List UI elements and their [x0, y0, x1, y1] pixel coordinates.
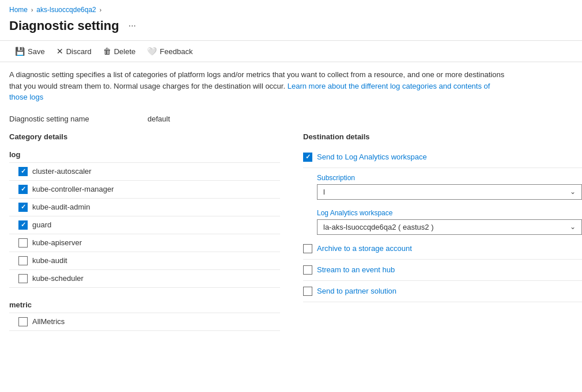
toolbar: 💾 Save ✕ Discard 🗑 Delete 🤍 Feedback — [0, 40, 582, 62]
save-button[interactable]: 💾 Save — [9, 44, 51, 58]
metric-group: metric AllMetrics — [9, 297, 280, 331]
destination-details-title: Destination details — [303, 132, 582, 141]
checkbox-kube-scheduler[interactable] — [18, 274, 28, 283]
setting-name-label: Diagnostic setting name — [9, 115, 148, 123]
list-item: kube-audit — [9, 252, 280, 270]
list-item: kube-scheduler — [9, 270, 280, 288]
partner-solution-label[interactable]: Send to partner solution — [317, 287, 396, 295]
workspace-dropdown[interactable]: la-aks-lsuoccqde6qa2 ( eastus2 ) ⌄ — [317, 219, 582, 235]
log-group: log cluster-autoscaler kube-controller-m… — [9, 147, 280, 288]
checkbox-guard[interactable] — [18, 220, 28, 230]
breadcrumb: Home › aks-lsuoccqde6qa2 › — [0, 0, 582, 16]
category-label: kube-audit — [32, 256, 67, 265]
checkbox-cluster-autoscaler[interactable] — [18, 167, 28, 176]
feedback-label: Feedback — [160, 47, 192, 56]
subscription-dropdown[interactable]: l ⌄ — [317, 184, 582, 200]
list-item: kube-controller-manager — [9, 181, 280, 199]
discard-button[interactable]: ✕ Discard — [51, 44, 97, 58]
subscription-value: l — [323, 188, 325, 196]
chevron-down-icon-2: ⌄ — [570, 223, 576, 231]
list-item: kube-audit-admin — [9, 199, 280, 216]
checkbox-kube-audit[interactable] — [18, 256, 28, 265]
workspace-value: la-aks-lsuoccqde6qa2 ( eastus2 ) — [323, 223, 434, 231]
setting-name-row: Diagnostic setting name default — [0, 110, 582, 128]
stream-event-hub-label[interactable]: Stream to an event hub — [317, 265, 395, 274]
list-item: kube-apiserver — [9, 234, 280, 252]
workspace-field-group: Log Analytics workspace la-aks-lsuoccqde… — [303, 203, 582, 238]
list-item: cluster-autoscaler — [9, 163, 280, 181]
setting-name-value: default — [148, 115, 170, 123]
checkbox-kube-controller-manager[interactable] — [18, 185, 28, 194]
breadcrumb-resource[interactable]: aks-lsuoccqde6qa2 — [36, 6, 96, 14]
checkbox-archive-storage[interactable] — [303, 244, 312, 253]
feedback-icon: 🤍 — [147, 47, 157, 56]
stream-event-hub-row: Stream to an event hub — [303, 260, 582, 281]
list-item: AllMetrics — [9, 313, 280, 331]
send-to-analytics-row: Send to Log Analytics workspace — [303, 147, 582, 168]
archive-storage-row: Archive to a storage account — [303, 238, 582, 260]
page-title: Diagnostic setting — [9, 18, 119, 33]
subscription-field-group: Subscription l ⌄ — [303, 168, 582, 203]
category-details-title: Category details — [9, 132, 280, 141]
partner-solution-row: Send to partner solution — [303, 281, 582, 302]
subscription-label: Subscription — [317, 174, 582, 182]
category-label: kube-audit-admin — [32, 203, 90, 211]
log-group-label: log — [9, 147, 280, 163]
category-label: kube-apiserver — [32, 238, 82, 247]
checkbox-send-analytics[interactable] — [303, 153, 312, 162]
category-label: guard — [32, 220, 51, 229]
discard-icon: ✕ — [56, 47, 63, 56]
save-label: Save — [28, 47, 45, 56]
list-item: guard — [9, 216, 280, 234]
checkbox-kube-audit-admin[interactable] — [18, 203, 28, 212]
destination-details-panel: Destination details Send to Log Analytic… — [303, 132, 582, 340]
delete-label: Delete — [114, 47, 136, 56]
archive-storage-label[interactable]: Archive to a storage account — [317, 244, 412, 253]
description-text: A diagnostic setting specifies a list of… — [0, 62, 519, 110]
category-label: cluster-autoscaler — [32, 167, 92, 176]
save-icon: 💾 — [15, 47, 25, 56]
chevron-icon: › — [31, 7, 33, 13]
discard-label: Discard — [66, 47, 92, 56]
delete-button[interactable]: 🗑 Delete — [97, 44, 142, 58]
delete-icon: 🗑 — [103, 47, 111, 56]
category-label: AllMetrics — [32, 317, 65, 326]
checkbox-stream-event-hub[interactable] — [303, 265, 312, 275]
feedback-button[interactable]: 🤍 Feedback — [141, 44, 198, 58]
send-to-analytics-label[interactable]: Send to Log Analytics workspace — [317, 153, 427, 161]
chevron-icon-2: › — [100, 7, 101, 13]
category-label: kube-scheduler — [32, 274, 84, 283]
main-content: Category details log cluster-autoscaler … — [0, 128, 582, 345]
breadcrumb-home[interactable]: Home — [9, 6, 28, 14]
workspace-label: Log Analytics workspace — [317, 209, 582, 217]
chevron-down-icon: ⌄ — [570, 188, 576, 196]
checkbox-partner-solution[interactable] — [303, 287, 312, 296]
checkbox-kube-apiserver[interactable] — [18, 238, 28, 248]
category-label: kube-controller-manager — [32, 185, 114, 193]
page-title-row: Diagnostic setting ··· — [0, 16, 582, 40]
metric-group-label: metric — [9, 297, 280, 313]
more-options-button[interactable]: ··· — [125, 20, 139, 32]
checkbox-allmetrics[interactable] — [18, 317, 28, 326]
category-details-panel: Category details log cluster-autoscaler … — [9, 132, 280, 340]
